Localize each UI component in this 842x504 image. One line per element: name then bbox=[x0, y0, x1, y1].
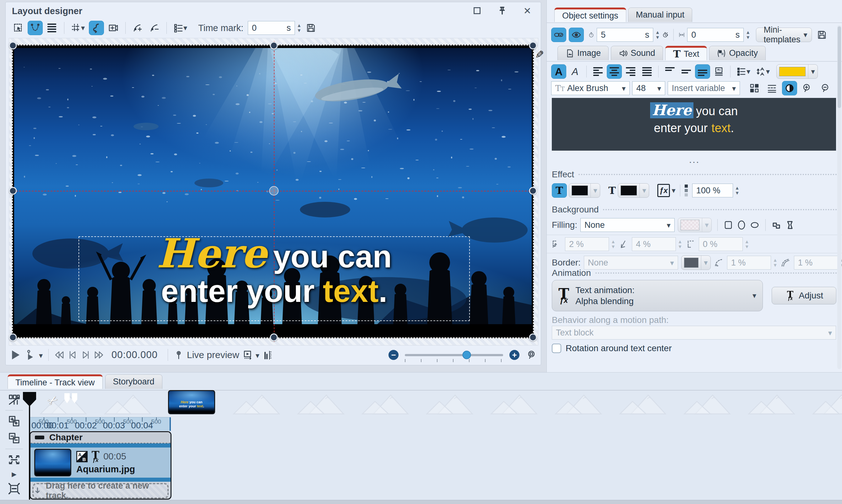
text-layout-button[interactable] bbox=[765, 81, 779, 95]
tab-manual-input[interactable]: Manual input bbox=[628, 7, 692, 22]
font-family-select[interactable]: TT Alex Brush bbox=[551, 81, 630, 95]
shape-custom-button[interactable] bbox=[785, 220, 794, 230]
preview-expander[interactable]: ... bbox=[547, 155, 842, 165]
tab-image[interactable]: Image bbox=[558, 46, 609, 60]
behavior-select[interactable]: Text block bbox=[552, 326, 836, 340]
tab-sound[interactable]: Sound bbox=[611, 46, 663, 60]
align-left-button[interactable] bbox=[591, 64, 606, 79]
font-color-chip[interactable] bbox=[779, 67, 806, 76]
tab-storyboard[interactable]: Storyboard bbox=[105, 374, 162, 389]
rewind-button[interactable] bbox=[54, 350, 64, 360]
time-mark-input[interactable]: 0s ▲▼ bbox=[248, 21, 301, 35]
collapse-chapter-icon[interactable] bbox=[35, 436, 44, 439]
live-preview-label[interactable]: Live preview bbox=[187, 349, 239, 360]
contrast-button[interactable] bbox=[782, 81, 797, 95]
resize-handle-sw[interactable] bbox=[9, 334, 17, 341]
time-mark-value[interactable]: 0 bbox=[252, 23, 257, 33]
preview-period[interactable]: . bbox=[731, 122, 734, 135]
shape-rect-button[interactable] bbox=[723, 220, 733, 230]
font-color-picker[interactable] bbox=[776, 64, 818, 79]
zoom-out-text-button[interactable] bbox=[817, 81, 832, 95]
marker-flags-icon[interactable] bbox=[64, 393, 77, 403]
play-options-dropdown[interactable] bbox=[39, 349, 43, 360]
italic-button[interactable]: A bbox=[567, 64, 583, 79]
canvas-text-period[interactable]: . bbox=[379, 275, 388, 307]
save-template-button[interactable] bbox=[814, 28, 829, 42]
panel-scrollbar[interactable] bbox=[837, 25, 841, 369]
play-button[interactable] bbox=[10, 349, 21, 361]
effect-opacity-input[interactable]: 100 % ▲▼ bbox=[692, 184, 740, 197]
valign-middle-button[interactable] bbox=[679, 64, 694, 79]
tab-object-settings[interactable]: Object settings bbox=[554, 7, 626, 22]
resize-handle-ne[interactable] bbox=[529, 42, 537, 50]
zoom-in-button[interactable]: + bbox=[509, 350, 520, 360]
tab-text[interactable]: T Text bbox=[665, 46, 707, 60]
new-track-dropzone[interactable]: Drag here to create a new track. bbox=[32, 483, 169, 499]
zoom-slider[interactable] bbox=[405, 354, 503, 356]
canvas-text-script[interactable]: Here bbox=[156, 233, 267, 273]
chapter-header[interactable]: Chapter bbox=[31, 432, 171, 444]
timeline-ruler[interactable]: 50000:0050000:0150000:0250000:0350000:04 bbox=[30, 417, 171, 431]
time-mark-spinner[interactable]: ▲▼ bbox=[297, 23, 301, 32]
justify-button[interactable] bbox=[639, 64, 654, 79]
clip-aquarium[interactable]: AB Tƒx 00:05 Aquarium.jpg bbox=[31, 444, 171, 482]
statistics-icon[interactable] bbox=[263, 350, 273, 360]
shape-ellipse-button[interactable] bbox=[736, 220, 747, 230]
offset-spinner[interactable]: ▲▼ bbox=[745, 31, 750, 39]
text-preview[interactable]: Here you can enter your text . bbox=[552, 98, 836, 151]
close-icon[interactable]: ✕ bbox=[522, 5, 533, 16]
filling-color[interactable] bbox=[678, 218, 712, 232]
play-from-marker-button[interactable] bbox=[24, 349, 36, 361]
save-layout-button[interactable] bbox=[303, 21, 318, 35]
padding2-input[interactable]: 4 % ▲▼ bbox=[632, 237, 682, 251]
align-right-button[interactable] bbox=[623, 64, 638, 79]
canvas-text-line2[interactable]: enter your bbox=[161, 275, 315, 307]
zoom-in-text-button[interactable] bbox=[800, 81, 815, 95]
mini-templates-button[interactable]: Mini-templates bbox=[756, 28, 812, 42]
offset-input[interactable]: 0s ▲▼ bbox=[687, 28, 750, 42]
select-tool-button[interactable] bbox=[11, 21, 26, 35]
pin-icon[interactable] bbox=[497, 5, 508, 16]
text-animation-select[interactable]: Tƒx Text animation: Alpha blending bbox=[552, 280, 763, 311]
expand-all-icon[interactable] bbox=[8, 415, 20, 428]
live-preview-pin-icon[interactable] bbox=[174, 350, 184, 360]
tab-opacity[interactable]: Opacity bbox=[709, 46, 766, 60]
slide-thumbnail[interactable]: Here you can enter your text. bbox=[168, 390, 215, 414]
object-list-button[interactable] bbox=[171, 21, 189, 35]
padding1-input[interactable]: 2 % ▲▼ bbox=[565, 237, 616, 251]
expand-arrow-icon[interactable]: ▶ bbox=[12, 470, 16, 478]
visibility-toggle[interactable] bbox=[569, 28, 584, 42]
track-options-icon[interactable] bbox=[8, 393, 20, 406]
insert-variable-select[interactable]: Insert variable bbox=[668, 81, 740, 95]
preview-rest[interactable]: you can bbox=[696, 105, 738, 118]
zoom-fit-tracks-icon[interactable] bbox=[8, 453, 20, 466]
preview-window-icon[interactable] bbox=[243, 350, 252, 360]
resize-handle-e[interactable] bbox=[529, 187, 537, 195]
remove-keypoint-button[interactable] bbox=[147, 21, 162, 35]
fast-forward-button[interactable] bbox=[94, 350, 104, 360]
resize-handle-w[interactable] bbox=[9, 187, 17, 195]
valign-bottom-button[interactable] bbox=[695, 64, 710, 79]
duration-spinner[interactable]: ▲▼ bbox=[655, 31, 660, 39]
panel-scrollbar-thumb[interactable] bbox=[838, 26, 841, 108]
tab-timeline-track-view[interactable]: Timeline - Track view bbox=[7, 374, 103, 389]
preview-accent[interactable]: text bbox=[711, 122, 731, 135]
zoom-slider-thumb[interactable] bbox=[462, 351, 471, 359]
adjust-animation-button[interactable]: Tƒx Adjust bbox=[772, 287, 836, 304]
preview-script-word[interactable]: Here bbox=[650, 102, 694, 118]
border-select[interactable]: None bbox=[584, 256, 678, 270]
canvas-text-rest[interactable]: you can bbox=[273, 241, 392, 272]
valign-top-button[interactable] bbox=[662, 64, 678, 79]
text-wrap-image-button[interactable] bbox=[711, 64, 726, 79]
text-fill-color[interactable] bbox=[569, 183, 600, 198]
shape-union-button[interactable] bbox=[771, 220, 782, 230]
text-outline-color[interactable] bbox=[618, 183, 649, 198]
slide-canvas[interactable]: Here you can enter your text . ✎ bbox=[12, 44, 534, 338]
effect-fx-button[interactable]: ƒx bbox=[657, 184, 670, 197]
align-center-button[interactable] bbox=[607, 64, 622, 79]
resize-handle-se[interactable] bbox=[529, 334, 537, 341]
smart-duration-icon[interactable] bbox=[662, 30, 668, 40]
canvas-text-accent[interactable]: text bbox=[323, 275, 379, 307]
arrange-button[interactable] bbox=[45, 21, 60, 35]
text-fill-toggle[interactable]: T bbox=[552, 183, 567, 198]
